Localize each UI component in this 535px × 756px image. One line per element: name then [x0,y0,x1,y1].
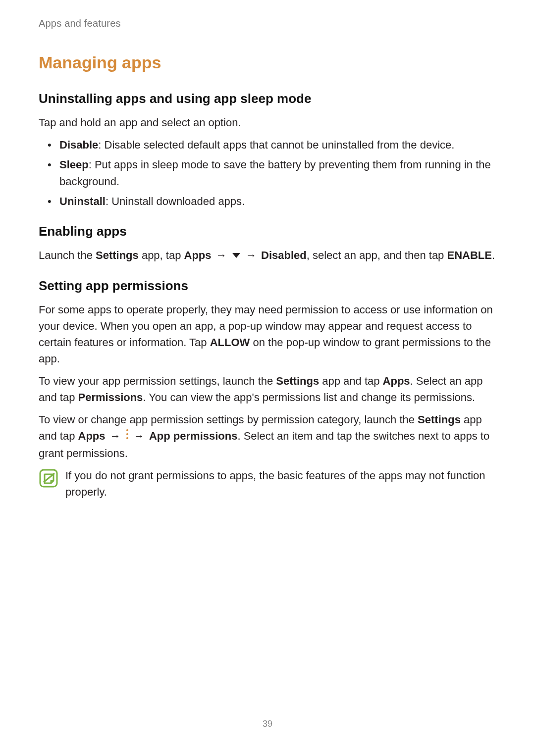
arrow-icon: → [241,249,261,261]
arrow-icon: → [106,430,125,442]
text-fragment: Launch the [39,249,96,261]
section-title: Managing apps [39,53,496,72]
option-label: Uninstall [59,195,106,207]
svg-point-1 [126,429,128,431]
disabled-label: Disabled [261,249,307,261]
permissions-p2: To view your app permission settings, la… [39,373,496,405]
text-fragment: app and tap [319,375,382,387]
settings-label: Settings [418,413,461,426]
arrow-icon: → [212,249,231,261]
section-uninstalling: Uninstalling apps and using app sleep mo… [39,91,496,210]
option-desc: : Put apps in sleep mode to save the bat… [59,158,491,188]
app-permissions-label: App permissions [149,430,237,442]
subsection-heading-uninstalling: Uninstalling apps and using app sleep mo… [39,91,496,106]
running-head: Apps and features [39,18,496,29]
apps-label: Apps [184,249,212,261]
svg-marker-0 [232,253,240,258]
dropdown-triangle-icon [231,247,241,263]
enabling-text: Launch the Settings app, tap Apps → → Di… [39,247,496,264]
option-label: Disable [59,139,98,151]
text-fragment: , select an app, and then tap [307,249,447,261]
text-fragment: . [492,249,495,261]
svg-point-2 [126,433,128,435]
text-fragment: To view your app permission settings, la… [39,375,276,387]
text-fragment: app, tap [139,249,184,261]
section-permissions: Setting app permissions For some apps to… [39,278,496,500]
more-options-icon [125,428,129,444]
intro-text: Tap and hold an app and select an option… [39,114,496,131]
settings-label: Settings [276,375,319,387]
list-item: Uninstall: Uninstall downloaded apps. [39,193,496,210]
list-item: Sleep: Put apps in sleep mode to save th… [39,156,496,190]
note-text: If you do not grant permissions to apps,… [65,467,496,500]
svg-point-3 [126,437,128,439]
note-callout: If you do not grant permissions to apps,… [39,467,496,500]
note-icon [39,468,58,490]
subsection-heading-permissions: Setting app permissions [39,278,496,294]
arrow-icon: → [129,430,149,442]
enable-label: ENABLE [447,249,491,261]
allow-label: ALLOW [210,336,250,349]
apps-label: Apps [78,430,106,442]
option-desc: : Disable selected default apps that can… [98,139,454,151]
text-fragment: To view or change app permission setting… [39,413,418,426]
text-fragment: . You can view the app's permissions lis… [143,391,475,403]
settings-label: Settings [96,249,139,261]
permissions-p3: To view or change app permission setting… [39,411,496,461]
options-list: Disable: Disable selected default apps t… [39,137,496,210]
subsection-heading-enabling: Enabling apps [39,224,496,239]
option-label: Sleep [59,158,89,171]
list-item: Disable: Disable selected default apps t… [39,137,496,153]
page-content: Apps and features Managing apps Uninstal… [0,0,535,500]
page-number: 39 [0,719,535,729]
option-desc: : Uninstall downloaded apps. [106,195,245,207]
apps-label: Apps [383,375,410,387]
section-enabling: Enabling apps Launch the Settings app, t… [39,224,496,264]
permissions-label: Permissions [78,391,143,403]
permissions-p1: For some apps to operate properly, they … [39,302,496,367]
